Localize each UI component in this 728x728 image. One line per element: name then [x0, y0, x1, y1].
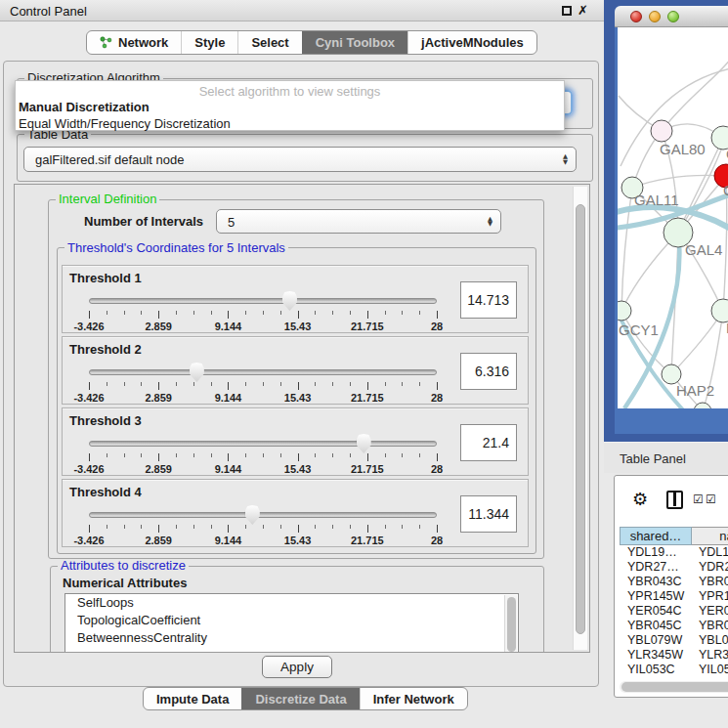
list-item-betweennesscentrality[interactable]: BetweennessCentrality — [65, 629, 518, 647]
table-panel-header: Table Panel — [604, 442, 728, 473]
tab-infer-network[interactable]: Infer Network — [360, 688, 467, 709]
list-item-topologicalcoefficient[interactable]: TopologicalCoefficient — [65, 612, 518, 629]
network-canvas[interactable]: GAL80 G GAL11 C GAL4 GCY1 H HAP2 — [618, 27, 728, 408]
slider-tick — [228, 453, 229, 461]
minimize-traffic-light-icon[interactable] — [649, 11, 661, 22]
table-row[interactable]: YPR145WYPR145W — [620, 589, 728, 604]
slider-tick-label: -3.426 — [60, 392, 118, 404]
slider-tick — [263, 525, 264, 529]
control-panel-tabbar: Network Style Select Cyni Toolbox jActiv… — [86, 30, 537, 55]
zoom-traffic-light-icon[interactable] — [667, 11, 679, 22]
select-all-checkbox-icon[interactable]: ☑ — [706, 492, 716, 506]
tab-style[interactable]: Style — [181, 31, 237, 54]
scrollbar-thumb[interactable] — [621, 682, 728, 692]
settings-panel-scrollbar[interactable] — [573, 187, 587, 650]
slider-tick — [315, 525, 316, 529]
label-c-partial: C — [723, 182, 728, 198]
label-gcy1: GCY1 — [619, 321, 659, 338]
float-window-icon[interactable] — [562, 6, 572, 16]
slider-tick-label: 28 — [407, 535, 466, 546]
node-hap2[interactable] — [662, 364, 681, 384]
slider-tick — [228, 311, 229, 319]
table-row[interactable]: YBR043CYBR043C — [620, 575, 728, 589]
popup-item-equal-width-frequency[interactable]: Equal Width/Frequency Discretization — [16, 115, 564, 132]
slider-tick-label: 9.144 — [198, 321, 257, 332]
slider-tick — [141, 311, 142, 315]
apply-button[interactable]: Apply — [262, 656, 332, 678]
slider-track[interactable] — [89, 441, 437, 447]
table-row[interactable]: YER054CYER054C — [620, 604, 728, 619]
slider-tick — [402, 453, 403, 457]
threshold-3-panel: Threshold 3 -3.4262.8599.14415.4321.7152… — [62, 407, 529, 476]
table-row[interactable]: YDL19…YDL19… — [620, 545, 728, 560]
list-item-selfloops[interactable]: SelfLoops — [65, 594, 518, 612]
network-tab-icon — [100, 36, 112, 49]
number-of-intervals-combobox[interactable]: 5 ▲▼ — [216, 209, 501, 234]
node-gcy1[interactable] — [618, 301, 631, 321]
table-row[interactable]: YBL079WYBL079W — [620, 633, 728, 648]
popup-item-manual-discretization[interactable]: Manual Discretization — [16, 99, 564, 115]
slider-tick — [141, 525, 142, 529]
slider-tick — [332, 311, 333, 315]
slider-tick-label: 21.715 — [338, 535, 397, 546]
slider-tick — [124, 311, 125, 315]
slider-track[interactable] — [89, 298, 437, 304]
network-view-window[interactable]: GAL80 G GAL11 C GAL4 GCY1 H HAP2 — [615, 6, 728, 434]
slider-thumb[interactable] — [245, 505, 260, 525]
slider-tick — [298, 382, 299, 390]
slider-thumb[interactable] — [282, 291, 297, 311]
scrollbar-thumb[interactable] — [576, 204, 585, 634]
numerical-attributes-heading: Numerical Attributes — [63, 576, 187, 590]
table-header-row: shared… name — [620, 527, 728, 545]
table-row[interactable]: YDR27…YDR27… — [620, 560, 728, 575]
slider-track[interactable] — [89, 369, 437, 375]
threshold-4-value-field[interactable]: 11.344 — [460, 495, 517, 533]
slider-tick — [367, 382, 368, 390]
slider-tick-label: 2.859 — [129, 392, 188, 404]
tab-discretize-data[interactable]: Discretize Data — [241, 688, 359, 709]
gear-icon[interactable]: ⚙ — [632, 489, 648, 509]
slider-thumb[interactable] — [357, 434, 371, 453]
column-header-shared-name[interactable]: shared… — [620, 527, 692, 545]
tab-network[interactable]: Network — [87, 31, 181, 54]
slider-tick — [193, 525, 194, 529]
close-traffic-light-icon[interactable] — [630, 11, 642, 22]
threshold-2-slider[interactable]: -3.4262.8599.14415.4321.71528 — [63, 337, 528, 404]
threshold-1-slider[interactable]: -3.4262.8599.14415.4321.71528 — [63, 266, 528, 332]
tab-cyni-toolbox[interactable]: Cyni Toolbox — [302, 31, 407, 54]
select-checkbox-icon[interactable]: ☑ — [693, 492, 704, 506]
node-pink[interactable] — [651, 120, 672, 142]
slider-tick — [158, 382, 159, 390]
threshold-3-value-field[interactable]: 21.4 — [460, 424, 517, 461]
attributes-list-scrollbar[interactable] — [504, 595, 517, 653]
table-data-combobox[interactable]: galFiltered.sif default node ▲▼ — [23, 147, 577, 172]
slider-tick — [385, 525, 386, 529]
threshold-3-slider[interactable]: -3.4262.8599.14415.4321.71528 — [63, 408, 528, 475]
slider-thumb[interactable] — [190, 363, 204, 382]
slider-tick — [107, 525, 107, 529]
close-icon[interactable]: ✗ — [578, 3, 588, 18]
table-row[interactable]: YBR045CYBR045C — [620, 619, 728, 633]
column-header-name[interactable]: name — [692, 527, 728, 545]
slider-tick — [298, 311, 299, 319]
table-row[interactable]: YIL053CYIL053C — [620, 663, 728, 675]
tab-jactivemnodules[interactable]: jActiveMNodules — [407, 31, 536, 54]
network-graph[interactable]: GAL80 G GAL11 C GAL4 GCY1 H HAP2 — [618, 27, 728, 408]
slider-tick — [419, 525, 420, 529]
tab-select[interactable]: Select — [237, 31, 301, 54]
slider-tick — [89, 453, 90, 461]
scrollbar-thumb[interactable] — [507, 597, 516, 652]
threshold-2-value-field[interactable]: 6.316 — [460, 353, 517, 390]
table-horizontal-scrollbar[interactable] — [620, 681, 728, 693]
slider-tick — [245, 525, 246, 529]
slider-tick — [158, 525, 159, 533]
tab-impute-data[interactable]: Impute Data — [144, 688, 241, 709]
slider-tick — [263, 382, 264, 386]
threshold-1-value-field[interactable]: 14.713 — [460, 281, 517, 319]
split-columns-icon[interactable] — [666, 491, 683, 509]
table-row[interactable]: YLR345WYLR345W — [620, 648, 728, 663]
threshold-4-slider[interactable]: -3.4262.8599.14415.4321.71528 — [63, 480, 528, 546]
threshold-2-panel: Threshold 2 -3.4262.8599.14415.4321.7152… — [62, 336, 529, 405]
slider-track[interactable] — [89, 512, 437, 518]
network-window-titlebar[interactable] — [615, 6, 728, 27]
